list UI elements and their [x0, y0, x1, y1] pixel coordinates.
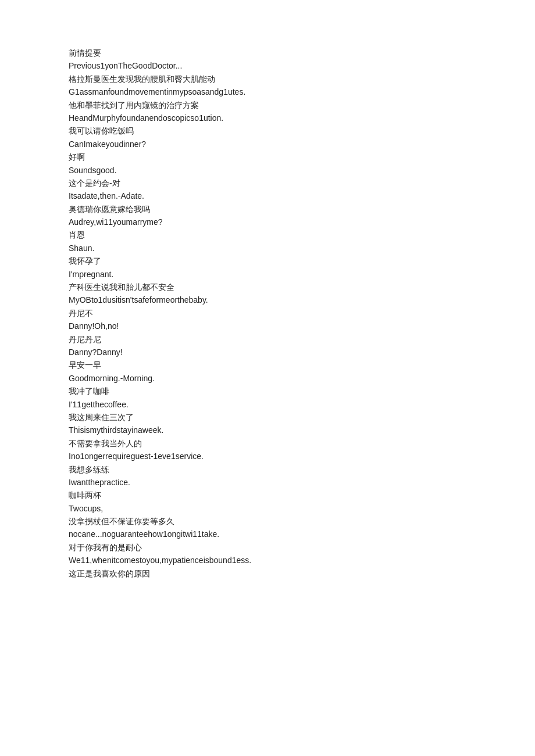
subtitle-en-3: CanImakeyoudinner? [69, 138, 466, 151]
subtitle-en-17: Twocups, [69, 502, 466, 515]
subtitle-zh-8: 我怀孕了 [69, 255, 466, 267]
subtitle-en-10: Danny!Oh,no! [69, 320, 466, 332]
subtitle-zh-13: 我冲了咖啡 [69, 385, 466, 397]
subtitle-zh-10: 丹尼不 [69, 307, 466, 320]
subtitle-en-2: HeandMurphyfoundanendoscopicso1ution. [69, 112, 466, 124]
subtitle-en-7: Shaun. [69, 242, 466, 255]
subtitle-zh-7: 肖恩 [69, 228, 466, 241]
subtitle-en-16: Iwantthepractice. [69, 476, 466, 489]
subtitle-zh-17: 咖啡两杯 [69, 489, 466, 501]
subtitle-en-0: Previous1yonTheGoodDoctor... [69, 59, 466, 72]
subtitle-zh-14: 我这周来住三次了 [69, 411, 466, 424]
subtitle-en-12: Goodmorning.-Morning. [69, 372, 466, 385]
subtitle-en-4: Soundsgood. [69, 164, 466, 177]
subtitle-en-14: Thisismythirdstayinaweek. [69, 424, 466, 436]
subtitle-en-5: Itsadate,then.-Adate. [69, 189, 466, 202]
subtitle-zh-11: 丹尼丹尼 [69, 333, 466, 346]
subtitle-en-13: I'11getthecoffee. [69, 398, 466, 411]
subtitle-zh-16: 我想多练练 [69, 463, 466, 476]
subtitle-zh-19: 对于你我有的是耐心 [69, 541, 466, 554]
subtitle-en-9: MyOBto1dusitisn'tsafeformeorthebaby. [69, 293, 466, 306]
subtitle-zh-15: 不需要拿我当外人的 [69, 437, 466, 450]
subtitle-zh-3: 我可以请你吃饭吗 [69, 124, 466, 137]
subtitle-en-8: I'mpregnant. [69, 268, 466, 281]
subtitle-zh-0: 前情提要 [69, 46, 466, 59]
subtitle-zh-5: 这个是约会-对 [69, 177, 466, 189]
subtitle-zh-4: 好啊 [69, 151, 466, 163]
subtitle-zh-18: 没拿拐杖但不保证你要等多久 [69, 515, 466, 528]
subtitle-zh-20: 这正是我喜欢你的原因 [69, 567, 466, 580]
subtitle-en-19: We11,whenitcomestoyou,mypatienceisbound1… [69, 554, 466, 567]
subtitle-en-6: Audrey,wi11youmarryme? [69, 216, 466, 228]
subtitle-zh-12: 早安一早 [69, 359, 466, 371]
subtitle-zh-9: 产科医生说我和胎儿都不安全 [69, 281, 466, 293]
subtitle-zh-1: 格拉斯曼医生发现我的腰肌和臀大肌能动 [69, 73, 466, 85]
subtitle-en-15: Ino1ongerrequireguest-1eve1service. [69, 450, 466, 463]
subtitle-en-11: Danny?Danny! [69, 346, 466, 359]
subtitle-en-1: G1assmanfoundmovementinmypsoasandg1utes. [69, 85, 466, 98]
subtitle-en-18: nocane...noguaranteehow1ongitwi11take. [69, 528, 466, 540]
subtitle-zh-2: 他和墨菲找到了用内窥镜的治疗方案 [69, 99, 466, 112]
subtitle-zh-6: 奥德瑞你愿意嫁给我吗 [69, 203, 466, 216]
content-container: 前情提要Previous1yonTheGoodDoctor...格拉斯曼医生发现… [69, 46, 466, 580]
